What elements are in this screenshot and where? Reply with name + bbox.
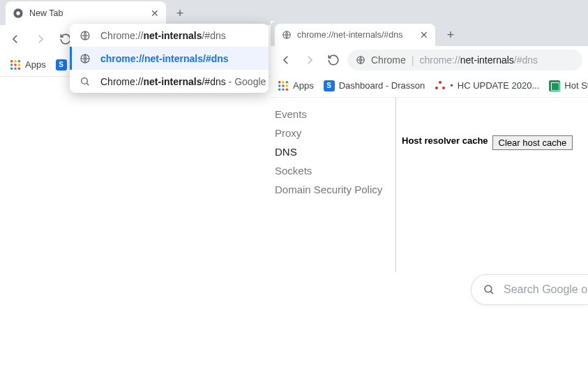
suggestion-text: chrome://net-internals/#dns (100, 53, 229, 64)
search-placeholder: Search Google o (504, 283, 587, 296)
omnibox-input-row[interactable]: Chrome://net-internals/#dns (70, 24, 269, 47)
bookmark-hc-update[interactable]: • HC UPDATE 2020... (435, 80, 539, 91)
bookmark-favicon: S (56, 59, 67, 70)
bookmark-bullet: • (450, 80, 453, 91)
clear-host-cache-button[interactable]: Clear host cache (492, 135, 573, 150)
svg-point-6 (14, 64, 17, 66)
back-button[interactable] (6, 29, 25, 49)
sidebar-item-domain-security[interactable]: Domain Security Policy (275, 180, 391, 199)
apps-shortcut[interactable]: Apps (278, 80, 314, 91)
tab-title: New Tab (29, 8, 63, 18)
reload-button[interactable] (324, 50, 343, 70)
bookmark-favicon: S (324, 80, 335, 91)
sidebar-item-sockets[interactable]: Sockets (275, 161, 391, 180)
globe-icon (80, 53, 91, 64)
omnibox-url: chrome://net-internals/#dns (419, 54, 538, 66)
svg-point-13 (82, 77, 88, 84)
svg-point-5 (10, 64, 13, 66)
host-resolver-label: Host resolver cache (402, 135, 488, 146)
forward-button[interactable] (300, 50, 319, 70)
suggestion-text: Chrome://net-internals/#dns - Google (100, 76, 266, 87)
svg-point-24 (286, 88, 289, 91)
bookmark-item[interactable]: S (56, 59, 67, 70)
globe-icon (356, 55, 365, 65)
tab-title: chrome://net-internals/#dns (297, 30, 402, 40)
forward-button[interactable] (31, 29, 50, 49)
search-icon (483, 283, 495, 296)
svg-point-23 (282, 88, 285, 91)
toolbar: Chrome | chrome://net-internals/#dns (271, 46, 588, 74)
bookmark-dashboard[interactable]: S Dashboard - Drasson (324, 80, 425, 91)
svg-point-20 (282, 84, 285, 87)
apps-icon (278, 80, 289, 91)
svg-point-1 (16, 11, 20, 15)
page-content: Events Proxy DNS Sockets Domain Security… (271, 98, 588, 272)
svg-point-2 (10, 59, 13, 62)
omnibox-typed-text: Chrome://net-internals/#dns (100, 30, 226, 41)
bookmark-hot-stylin[interactable]: Hot Stylin (549, 80, 588, 91)
new-tab-button[interactable]: + (441, 25, 460, 45)
apps-label: Apps (25, 59, 46, 70)
omnibox[interactable]: Chrome | chrome://net-internals/#dns (347, 50, 582, 70)
omnibox-dropdown: Chrome://net-internals/#dns chrome://net… (70, 24, 269, 93)
sidebar-item-dns[interactable]: DNS (275, 142, 391, 161)
sidebar-item-events[interactable]: Events (275, 105, 391, 124)
chrome-icon (13, 8, 24, 19)
globe-icon (282, 30, 292, 40)
bookmark-label: Dashboard - Drasson (339, 80, 425, 91)
svg-point-17 (282, 80, 285, 83)
svg-point-3 (14, 59, 17, 62)
browser-tab-net-internals[interactable]: chrome://net-internals/#dns ✕ (275, 24, 435, 46)
browser-tab-newtab[interactable]: New Tab ✕ (6, 1, 166, 25)
google-search-box[interactable]: Search Google o (471, 274, 588, 305)
bookmarks-bar: Apps S Dashboard - Drasson • HC UPDATE 2… (271, 74, 588, 98)
sidebar-item-proxy[interactable]: Proxy (275, 124, 391, 142)
svg-point-8 (10, 67, 13, 70)
net-internals-sidebar: Events Proxy DNS Sockets Domain Security… (271, 98, 396, 272)
bookmark-favicon (549, 80, 560, 91)
omnibox-suggestion-url[interactable]: chrome://net-internals/#dns (70, 47, 269, 70)
foreground-browser-window: chrome://net-internals/#dns ✕ + Chrome |… (271, 21, 588, 272)
svg-point-9 (14, 67, 17, 70)
omnibox-separator: | (412, 54, 414, 66)
svg-point-10 (18, 67, 21, 70)
close-tab-icon[interactable]: ✕ (420, 29, 428, 40)
svg-point-25 (485, 285, 492, 292)
omnibox-suggestion-search[interactable]: Chrome://net-internals/#dns - Google (70, 70, 269, 93)
omnibox-scheme-chip: Chrome (371, 54, 406, 66)
search-icon (80, 76, 91, 87)
apps-label: Apps (293, 80, 314, 91)
svg-point-19 (278, 84, 281, 87)
bookmark-label: HC UPDATE 2020... (458, 80, 540, 91)
svg-point-7 (18, 64, 21, 66)
new-tab-button[interactable]: + (170, 3, 190, 23)
apps-icon (10, 59, 21, 70)
dns-panel: Host resolver cache Clear host cache (396, 98, 588, 272)
svg-point-21 (286, 84, 289, 87)
svg-point-18 (286, 80, 289, 83)
close-tab-icon[interactable]: ✕ (151, 8, 159, 19)
bookmark-favicon (435, 80, 446, 91)
bookmark-label: Hot Stylin (564, 80, 588, 91)
svg-point-4 (18, 59, 21, 62)
svg-point-16 (278, 80, 281, 83)
back-button[interactable] (276, 50, 296, 70)
tab-strip: chrome://net-internals/#dns ✕ + (271, 21, 588, 46)
globe-icon (80, 30, 91, 41)
apps-shortcut[interactable]: Apps (10, 59, 46, 70)
svg-point-22 (278, 88, 281, 91)
